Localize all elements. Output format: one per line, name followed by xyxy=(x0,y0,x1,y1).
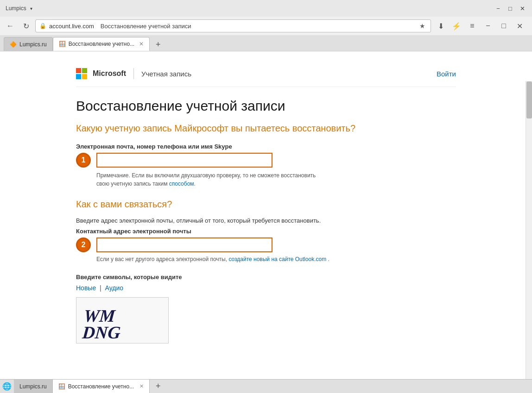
email-phone-skype-input[interactable] xyxy=(96,153,272,168)
section1-note: Примечание. Если вы включили двухшаговую… xyxy=(96,171,328,188)
no-email-end: . xyxy=(328,256,329,262)
captcha-separator: | xyxy=(100,284,101,292)
tab-close-icon[interactable]: ✕ xyxy=(139,41,144,47)
captcha-svg: WM DNG xyxy=(81,299,164,341)
logo-green xyxy=(82,68,87,73)
section1-input-wrapper: 1 xyxy=(76,153,456,168)
browser-chrome: Lumpics ▾ − □ ✕ ← ↻ 🔒 account.live.com В… xyxy=(0,0,532,51)
tab-site-label: Lumpics xyxy=(6,5,26,12)
title-bar: Lumpics ▾ − □ ✕ xyxy=(0,0,532,17)
tab-recovery[interactable]: 🪟 Восстановление учетно... ✕ xyxy=(53,37,150,51)
back-button[interactable]: ← xyxy=(4,19,17,32)
captcha-image: WM DNG xyxy=(76,297,169,343)
section1-field-label: Электронная почта, номер телефона или им… xyxy=(76,143,456,150)
section-which-account: Какую учетную запись Майкрософт вы пытае… xyxy=(76,123,456,188)
window-maximize-icon[interactable]: □ xyxy=(497,19,511,33)
status-tab-lumpics[interactable]: Lumpics.ru xyxy=(14,380,53,393)
svg-text:DNG: DNG xyxy=(81,323,121,341)
scrollbar-thumb[interactable] xyxy=(526,81,532,119)
no-email-text: Если у вас нет другого адреса электронно… xyxy=(96,256,456,262)
step1-badge: 1 xyxy=(76,153,91,168)
logo-red xyxy=(76,68,81,73)
address-url: account.live.com xyxy=(49,23,94,30)
note-prefix: Примечание. Если вы включили двухшаговую… xyxy=(96,172,316,187)
status-tab-recovery[interactable]: 🪟 Восстановление учетно... ✕ xyxy=(53,380,150,393)
section-contact: Как с вами связаться? Введите адрес элек… xyxy=(76,199,456,262)
signin-link[interactable]: Войти xyxy=(437,70,456,78)
create-outlook-link[interactable]: создайте новый на сайте Outlook.com xyxy=(228,256,326,262)
download-icon[interactable]: ⬇ xyxy=(434,19,448,33)
brand-name: Microsoft xyxy=(93,69,126,78)
tab-lumpics[interactable]: 🔶 Lumpics.ru xyxy=(4,37,53,51)
logo-yellow xyxy=(82,74,87,79)
status-globe-icon[interactable]: 🌐 xyxy=(0,380,14,393)
page-content: Microsoft Учетная запись Войти Восстанов… xyxy=(57,51,475,353)
address-page-title: Восстановление учетной записи xyxy=(101,23,191,30)
no-email-prefix: Если у вас нет другого адреса электронно… xyxy=(96,256,227,262)
captcha-section: Введите символы, которые видите Новые | … xyxy=(76,274,456,343)
window-close-icon[interactable]: ✕ xyxy=(513,19,526,33)
section2-field-label: Контактный адрес электронной почты xyxy=(76,228,456,235)
logo-blue xyxy=(76,74,81,79)
status-new-tab-button[interactable]: + xyxy=(152,380,165,393)
captcha-new-link[interactable]: Новые xyxy=(76,284,96,292)
lock-icon: 🔒 xyxy=(39,23,46,29)
section2-intro: Введите адрес электронной почты, отличны… xyxy=(76,217,456,224)
minimize-button[interactable]: − xyxy=(494,4,502,12)
bookmark-star-icon[interactable]: ★ xyxy=(418,21,427,31)
window-minimize-icon[interactable]: − xyxy=(481,19,495,33)
ms-brand: Microsoft Учетная запись xyxy=(76,68,191,79)
ms-header: Microsoft Учетная запись Войти xyxy=(76,61,456,87)
menu-icon[interactable]: ≡ xyxy=(465,19,479,33)
tab-bar: 🔶 Lumpics.ru 🪟 Восстановление учетно... … xyxy=(0,35,532,51)
page-title: Восстановление учетной записи xyxy=(76,98,456,114)
captcha-links: Новые | Аудио xyxy=(76,284,456,292)
note-period: . xyxy=(194,181,196,187)
tab-lumpics-icon: 🔶 xyxy=(10,41,17,48)
step2-badge: 2 xyxy=(76,237,91,252)
address-box[interactable]: 🔒 account.live.com Восстановление учетно… xyxy=(35,19,431,32)
status-tab-recovery-label: Восстановление учетно... xyxy=(68,383,134,390)
close-button[interactable]: ✕ xyxy=(518,4,526,12)
note-link[interactable]: способом xyxy=(169,181,194,187)
bolt-icon[interactable]: ⚡ xyxy=(450,19,463,33)
status-tab-lumpics-label: Lumpics.ru xyxy=(19,383,47,390)
microsoft-logo xyxy=(76,68,87,79)
new-tab-button[interactable]: + xyxy=(152,38,165,51)
tab-recovery-icon: 🪟 xyxy=(59,41,66,47)
tab-recovery-label: Восстановление учетно... xyxy=(69,41,134,47)
maximize-button[interactable]: □ xyxy=(506,4,514,12)
status-tab-close[interactable]: ✕ xyxy=(139,383,144,389)
scrollbar-track[interactable] xyxy=(526,81,532,379)
status-tab-recovery-icon: 🪟 xyxy=(58,383,65,390)
address-icons: ★ xyxy=(418,21,427,31)
section2-heading: Как с вами связаться? xyxy=(76,199,456,210)
header-divider xyxy=(133,68,134,79)
tab-lumpics-label: Lumpics.ru xyxy=(19,41,47,48)
address-bar-row: ← ↻ 🔒 account.live.com Восстановление уч… xyxy=(0,17,532,35)
captcha-label: Введите символы, которые видите xyxy=(76,274,456,281)
page-wrapper: Microsoft Учетная запись Войти Восстанов… xyxy=(0,51,532,363)
status-bar: 🌐 Lumpics.ru 🪟 Восстановление учетно... … xyxy=(0,379,532,393)
section1-question: Какую учетную запись Майкрософт вы пытае… xyxy=(76,123,456,134)
section2-input-wrapper: 2 xyxy=(76,237,456,252)
captcha-audio-link[interactable]: Аудио xyxy=(105,284,124,292)
bookmarks-chevron[interactable]: ▾ xyxy=(30,6,32,11)
toolbar-icons: ⬇ ⚡ ≡ − □ ✕ xyxy=(434,19,528,33)
title-bar-controls: − □ ✕ xyxy=(494,4,526,12)
refresh-button[interactable]: ↻ xyxy=(19,19,32,32)
account-label: Учетная запись xyxy=(141,70,191,78)
contact-email-input[interactable] xyxy=(96,237,272,252)
